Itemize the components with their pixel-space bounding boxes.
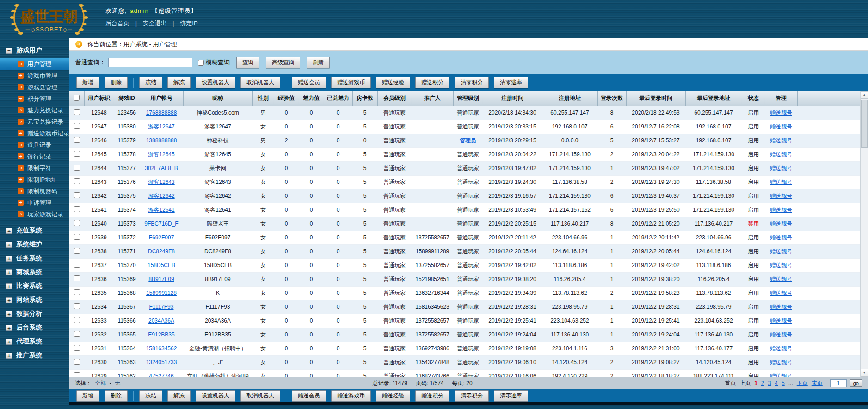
toolbar-button[interactable]: 清零积分 — [455, 77, 489, 88]
toolbar-button[interactable]: 删除 — [105, 390, 128, 402]
sidebar-group[interactable]: + 代理系统 — [0, 335, 69, 348]
refresh-button[interactable]: 刷新 — [307, 57, 330, 68]
account-link[interactable]: 1581634562 — [146, 345, 177, 352]
toolbar-button[interactable]: 冻结 — [139, 390, 162, 402]
search-input[interactable] — [108, 58, 192, 67]
expand-icon[interactable]: + — [6, 325, 12, 331]
toolbar-button[interactable]: 赠送经验 — [376, 77, 410, 88]
fuzzy-search-checkbox[interactable] — [198, 60, 204, 66]
nav-safe-logout[interactable]: 安全退出 — [143, 20, 167, 27]
row-checkbox[interactable] — [74, 206, 80, 212]
account-link[interactable]: F1117F93 — [149, 304, 174, 310]
account-link[interactable]: 1768888888 — [146, 110, 177, 116]
gift-nice-number-link[interactable]: 赠送靓号 — [770, 359, 792, 366]
row-checkbox[interactable] — [74, 331, 80, 337]
account-link[interactable]: 游客12641 — [148, 207, 174, 213]
scroll-down-icon[interactable]: ▼ — [861, 369, 868, 377]
account-link[interactable]: 1589991128 — [146, 290, 177, 296]
row-checkbox[interactable] — [74, 109, 80, 115]
sidebar-group[interactable]: + 数据分析 — [0, 307, 69, 321]
goto-page-input[interactable] — [830, 379, 847, 387]
row-checkbox[interactable] — [74, 289, 80, 295]
row-checkbox[interactable] — [74, 248, 80, 254]
last-page-link[interactable]: 末页 — [812, 379, 823, 387]
sidebar-item[interactable]: ➔ 限制字符 — [0, 162, 69, 174]
page-number-link[interactable]: 2 — [761, 380, 764, 386]
toolbar-button[interactable]: 解冻 — [167, 390, 191, 402]
sidebar-item[interactable]: ➔ 限制机器码 — [0, 185, 69, 197]
toolbar-button[interactable]: 设置机器人 — [196, 77, 235, 88]
sidebar-item[interactable]: ➔ 限制IP地址 — [0, 174, 69, 185]
select-none-link[interactable]: 无 — [115, 380, 120, 386]
toolbar-button[interactable]: 清零逃率 — [494, 390, 528, 402]
gift-nice-number-link[interactable]: 赠送靓号 — [770, 248, 792, 255]
account-link[interactable]: 47527746 — [149, 373, 173, 377]
expand-icon[interactable]: + — [6, 269, 12, 275]
sidebar-group[interactable]: + 后台系统 — [0, 321, 69, 335]
expand-icon[interactable]: + — [6, 283, 12, 289]
sidebar-group[interactable]: + 系统维护 — [0, 238, 69, 251]
toolbar-button[interactable]: 新增 — [76, 77, 99, 88]
sidebar-item[interactable]: ➔ 游戏豆管理 — [0, 81, 69, 93]
toolbar-button[interactable]: 赠送积分 — [415, 77, 449, 88]
row-checkbox[interactable] — [74, 137, 80, 143]
gift-nice-number-link[interactable]: 赠送靓号 — [770, 345, 792, 352]
gift-nice-number-link[interactable]: 赠送靓号 — [770, 290, 792, 296]
gift-nice-number-link[interactable]: 赠送靓号 — [770, 276, 792, 282]
account-link[interactable]: 158D5CEB — [148, 262, 175, 269]
row-checkbox[interactable] — [74, 303, 80, 309]
toolbar-button[interactable]: 清零积分 — [455, 390, 489, 402]
vertical-scrollbar[interactable]: ▲ ▼ — [860, 91, 868, 377]
row-checkbox[interactable] — [74, 317, 80, 323]
next-page-link[interactable]: 下页 — [797, 379, 808, 387]
account-link[interactable]: 1388888888 — [146, 137, 177, 144]
gift-nice-number-link[interactable]: 赠送靓号 — [770, 193, 792, 199]
account-link[interactable]: 2034A36A — [148, 317, 174, 324]
gift-nice-number-link[interactable]: 赠送靓号 — [770, 151, 792, 158]
sidebar-item[interactable]: ➔ 积分管理 — [0, 93, 69, 104]
advanced-query-button[interactable]: 高级查询 — [266, 57, 300, 68]
expand-icon[interactable]: + — [6, 228, 12, 234]
gift-nice-number-link[interactable]: 赠送靓号 — [770, 123, 792, 130]
expand-icon[interactable]: + — [6, 242, 12, 248]
page-number-link[interactable]: 5 — [782, 380, 785, 386]
toolbar-button[interactable]: 赠送游戏币 — [331, 77, 371, 88]
sidebar-item[interactable]: ➔ 游戏币管理 — [0, 70, 69, 81]
toolbar-button[interactable]: 取消机器人 — [240, 390, 280, 402]
gift-nice-number-link[interactable]: 赠送靓号 — [770, 234, 792, 241]
account-link[interactable]: 游客12642 — [148, 193, 174, 199]
page-number-link[interactable]: 3 — [768, 380, 771, 386]
row-checkbox[interactable] — [74, 345, 80, 351]
row-checkbox[interactable] — [74, 220, 80, 226]
nav-backend-home[interactable]: 后台首页 — [105, 20, 129, 27]
scroll-up-icon[interactable]: ▲ — [861, 91, 868, 99]
row-checkbox[interactable] — [74, 262, 80, 268]
account-link[interactable]: 9FBC716D_F — [144, 220, 178, 227]
prev-page-link[interactable]: 上页 — [739, 379, 751, 387]
toolbar-button[interactable]: 设置机器人 — [196, 390, 235, 402]
gift-nice-number-link[interactable]: 赠送靓号 — [770, 207, 792, 213]
account-link[interactable]: F692F097 — [149, 234, 174, 241]
gift-nice-number-link[interactable]: 赠送靓号 — [770, 317, 792, 324]
collapse-icon[interactable]: − — [6, 48, 12, 54]
sidebar-group[interactable]: + 任务系统 — [0, 251, 69, 265]
gift-nice-number-link[interactable]: 赠送靓号 — [770, 331, 792, 338]
expand-icon[interactable]: + — [6, 256, 12, 262]
sidebar-item[interactable]: ➔ 元宝兑换记录 — [0, 116, 69, 128]
account-link[interactable]: 游客12645 — [148, 151, 174, 158]
nav-bind-ip[interactable]: 绑定IP — [180, 20, 197, 27]
gift-nice-number-link[interactable]: 赠送靓号 — [770, 179, 792, 185]
page-number-link[interactable]: 4 — [775, 380, 778, 386]
account-link[interactable]: 302E7AF8_B — [145, 165, 178, 171]
sidebar-group[interactable]: + 比赛系统 — [0, 279, 69, 293]
sidebar-group[interactable]: + 商城系统 — [0, 265, 69, 279]
select-all-link[interactable]: 全部 — [95, 380, 106, 386]
sidebar-group-game-users[interactable]: − 游戏用户 — [0, 43, 69, 57]
gift-nice-number-link[interactable]: 赠送靓号 — [770, 137, 792, 144]
sidebar-item[interactable]: ➔ 银行记录 — [0, 151, 69, 162]
sidebar-item[interactable]: ➔ 申诉管理 — [0, 197, 69, 208]
gift-nice-number-link[interactable]: 赠送靓号 — [770, 304, 792, 310]
query-button[interactable]: 查询 — [236, 57, 259, 68]
gift-nice-number-link[interactable]: 赠送靓号 — [770, 262, 792, 269]
account-link[interactable]: 游客12647 — [148, 123, 174, 130]
